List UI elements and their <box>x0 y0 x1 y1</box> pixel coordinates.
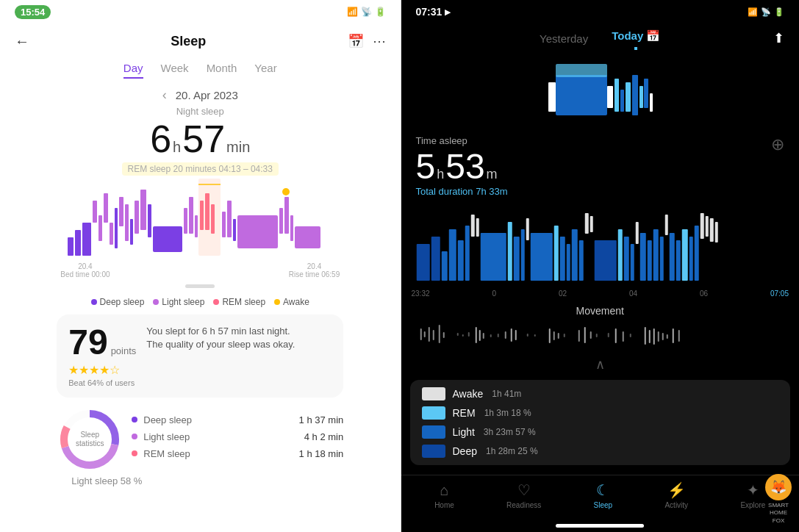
nav-sleep[interactable]: ☾ Sleep <box>594 481 613 509</box>
sleep-preview-chart <box>401 53 800 126</box>
svg-rect-70 <box>623 237 628 281</box>
tab-today[interactable]: Today 📅 <box>600 26 672 46</box>
svg-rect-6 <box>110 223 113 245</box>
sleep-hours: 6 <box>150 120 171 158</box>
asleep-h-unit: h <box>437 167 444 182</box>
svg-rect-115 <box>615 328 616 343</box>
svg-rect-42 <box>626 82 631 112</box>
svg-rect-74 <box>647 240 651 281</box>
svg-rect-1 <box>75 230 81 256</box>
svg-rect-98 <box>482 333 484 339</box>
left-panel: 15:54 📶 📡 🔋 ← Sleep 📅 ⋯ Day Week Month Y… <box>0 0 401 532</box>
calendar-icon[interactable]: 📅 <box>348 33 364 49</box>
stat-row-light: Light sleep 4 h 2 min <box>132 431 343 442</box>
rem-stage-color <box>422 406 445 420</box>
wifi-icon: 📡 <box>361 7 372 17</box>
rem-stat-name: REM sleep <box>143 448 293 459</box>
sleep-m-unit: min <box>226 139 250 156</box>
status-icons-dark: 📶 📡 🔋 <box>748 7 784 17</box>
rem-annotation: REM sleep 20 minutes 04:13 – 04:33 <box>122 162 279 176</box>
signal-icon-dark: 📶 <box>748 7 758 17</box>
add-detail-button[interactable]: ⊕ <box>771 135 784 154</box>
tab-year[interactable]: Year <box>254 62 276 79</box>
home-indicator <box>556 524 644 528</box>
time-asleep-info: Time asleep 5 h 53 m Total duration 7h 3… <box>416 135 508 197</box>
nav-readiness[interactable]: ♡ Readiness <box>506 481 541 509</box>
rem-stage-detail: 1h 3m 18 % <box>484 408 531 418</box>
svg-rect-56 <box>507 222 512 281</box>
light-stat-name: Light sleep <box>143 431 293 442</box>
activity-label: Activity <box>664 501 688 509</box>
stage-row-rem: REM 1h 3m 18 % <box>422 406 779 420</box>
sleep-stages-legend: Awake 1h 41m REM 1h 3m 18 % Light 3h 23m… <box>410 380 791 465</box>
svg-rect-89 <box>428 327 429 342</box>
svg-rect-4 <box>98 215 102 241</box>
time-asleep-label: Time asleep <box>416 135 508 146</box>
svg-rect-81 <box>689 237 692 281</box>
expand-stages-button[interactable]: ∧ <box>401 353 800 375</box>
svg-rect-110 <box>578 330 579 342</box>
back-button[interactable]: ← <box>15 33 29 50</box>
svg-rect-84 <box>705 216 708 237</box>
svg-rect-123 <box>666 334 667 339</box>
svg-rect-85 <box>709 218 713 242</box>
awake-label: Awake <box>283 297 309 307</box>
svg-rect-61 <box>553 226 558 281</box>
svg-rect-76 <box>659 237 663 281</box>
svg-rect-12 <box>140 190 146 230</box>
light-stat-dot <box>132 434 137 439</box>
svg-rect-40 <box>615 79 619 112</box>
explore-label: Explore <box>740 501 765 509</box>
more-options-icon[interactable]: ⋯ <box>373 33 386 49</box>
svg-rect-69 <box>617 229 622 281</box>
svg-rect-26 <box>279 208 283 234</box>
svg-rect-91 <box>438 325 440 343</box>
nav-home[interactable]: ⌂ Home <box>434 482 454 509</box>
watermark-text: SMARTHOMEFOX <box>768 502 789 525</box>
light-stat-value: 4 h 2 min <box>299 431 343 442</box>
svg-rect-63 <box>566 244 570 281</box>
tab-month[interactable]: Month <box>207 62 237 79</box>
tab-yesterday[interactable]: Yesterday <box>528 29 600 48</box>
svg-rect-45 <box>644 79 648 108</box>
svg-rect-117 <box>629 334 631 337</box>
svg-rect-116 <box>622 331 623 342</box>
svg-rect-73 <box>639 233 645 281</box>
home-label: Home <box>434 501 454 509</box>
nav-explore[interactable]: ✦ Explore <box>740 481 765 509</box>
svg-rect-78 <box>669 233 674 281</box>
svg-rect-39 <box>607 86 613 108</box>
today-tab-container: Today 📅 <box>600 26 672 50</box>
sleep-h-unit: h <box>173 139 181 156</box>
chart-time-labels: 20.4 Bed time 00:00 20.4 Rise time 06:59 <box>60 261 340 280</box>
nav-activity[interactable]: ⚡ Activity <box>664 481 688 509</box>
asleep-m-unit: m <box>487 167 498 182</box>
svg-rect-11 <box>135 201 139 234</box>
svg-rect-87 <box>420 328 421 340</box>
svg-rect-72 <box>635 222 638 244</box>
sleep-donut-chart: Sleep statistics <box>57 406 123 472</box>
bed-time-label: 20.4 Bed time 00:00 <box>60 262 110 278</box>
svg-rect-88 <box>423 331 425 337</box>
svg-rect-46 <box>650 93 653 112</box>
stats-section: Sleep statistics Deep sleep 1 h 37 min L… <box>57 406 343 472</box>
score-section: 79 points ★★★★☆ Beat 64% of users <box>68 325 136 387</box>
svg-rect-55 <box>480 233 506 281</box>
stage-row-awake: Awake 1h 41m <box>422 387 779 400</box>
share-button[interactable]: ⬆ <box>773 30 784 46</box>
asleep-minutes: 53 <box>445 149 484 184</box>
time-start: 23:32 <box>412 290 430 298</box>
legend-light: Light sleep <box>153 297 204 307</box>
time-2: 02 <box>559 290 567 298</box>
tab-week[interactable]: Week <box>161 62 189 79</box>
svg-rect-48 <box>431 237 440 281</box>
sleep-minutes: 57 <box>182 120 225 158</box>
svg-rect-95 <box>467 332 469 337</box>
light-stage-name: Light <box>453 426 475 438</box>
prev-date-button[interactable]: ‹ <box>162 87 167 103</box>
svg-rect-99 <box>490 334 491 337</box>
tab-day[interactable]: Day <box>123 62 143 79</box>
deep-stage-name: Deep <box>453 445 477 457</box>
svg-rect-112 <box>590 331 591 339</box>
score-stars: ★★★★☆ <box>68 363 136 377</box>
